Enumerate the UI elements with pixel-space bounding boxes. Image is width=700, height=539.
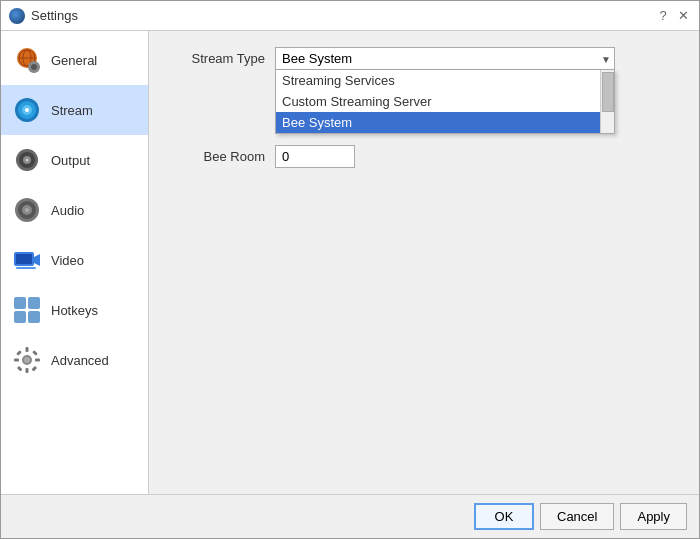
general-label: General [51, 53, 97, 68]
svg-rect-39 [31, 366, 37, 372]
dropdown-item-custom-server[interactable]: Custom Streaming Server [276, 91, 614, 112]
svg-rect-23 [16, 254, 32, 264]
stream-type-dropdown: Bee System ▼ Streaming Services Custom S… [275, 47, 615, 70]
svg-marker-24 [34, 254, 40, 266]
sidebar-item-video[interactable]: Video [1, 235, 148, 285]
audio-icon-container [11, 194, 43, 226]
output-icon-container [11, 144, 43, 176]
svg-rect-9 [37, 66, 40, 68]
audio-label: Audio [51, 203, 84, 218]
advanced-icon [12, 345, 42, 375]
cancel-button[interactable]: Cancel [540, 503, 614, 530]
stream-icon [12, 95, 42, 125]
app-icon [9, 8, 25, 24]
dropdown-scrollbar[interactable] [600, 70, 614, 133]
dropdown-item-streaming-services[interactable]: Streaming Services [276, 70, 614, 91]
dropdown-list: Streaming Services Custom Streaming Serv… [275, 70, 615, 134]
advanced-icon-container [11, 344, 43, 376]
sidebar-item-general[interactable]: General [1, 35, 148, 85]
svg-rect-38 [17, 366, 23, 372]
main-panel: Stream Type Bee System ▼ Streaming Servi… [149, 31, 699, 494]
stream-label: Stream [51, 103, 93, 118]
footer: OK Cancel Apply [1, 494, 699, 538]
dropdown-selected-value[interactable]: Bee System [275, 47, 615, 70]
video-icon [12, 245, 42, 275]
settings-window: Settings ? ✕ [0, 0, 700, 539]
general-icon [12, 45, 42, 75]
scrollbar-thumb [602, 72, 614, 112]
output-label: Output [51, 153, 90, 168]
bee-room-label: Bee Room [165, 145, 265, 164]
close-button[interactable]: ✕ [675, 8, 691, 24]
stream-icon-container [11, 94, 43, 126]
video-label: Video [51, 253, 84, 268]
window-content: General Stream [1, 31, 699, 494]
svg-rect-37 [32, 350, 38, 356]
svg-rect-7 [33, 70, 35, 73]
title-bar: Settings ? ✕ [1, 1, 699, 31]
bee-room-row: Bee Room [165, 145, 683, 168]
svg-point-17 [26, 159, 29, 162]
svg-rect-36 [16, 350, 22, 356]
window-title: Settings [31, 8, 655, 23]
svg-rect-34 [14, 359, 19, 362]
general-icon-container [11, 44, 43, 76]
sidebar-item-stream[interactable]: Stream [1, 85, 148, 135]
svg-point-13 [25, 108, 29, 112]
hotkeys-label: Hotkeys [51, 303, 98, 318]
svg-rect-35 [35, 359, 40, 362]
svg-point-21 [25, 208, 29, 212]
sidebar-item-advanced[interactable]: Advanced [1, 335, 148, 385]
bee-room-input[interactable] [275, 145, 355, 168]
svg-rect-27 [28, 297, 40, 309]
svg-rect-28 [14, 311, 26, 323]
help-button[interactable]: ? [655, 8, 671, 24]
sidebar-item-output[interactable]: Output [1, 135, 148, 185]
svg-rect-26 [14, 297, 26, 309]
svg-point-31 [24, 357, 30, 363]
svg-point-5 [31, 64, 37, 70]
sidebar-item-hotkeys[interactable]: Hotkeys [1, 285, 148, 335]
audio-icon [12, 195, 42, 225]
video-icon-container [11, 244, 43, 276]
output-icon [12, 145, 42, 175]
hotkeys-icon [12, 295, 42, 325]
stream-type-row: Stream Type Bee System ▼ Streaming Servi… [165, 47, 683, 70]
advanced-label: Advanced [51, 353, 109, 368]
window-controls: ? ✕ [655, 8, 691, 24]
svg-rect-8 [28, 66, 31, 68]
svg-rect-29 [28, 311, 40, 323]
dropdown-item-bee-system[interactable]: Bee System [276, 112, 614, 133]
apply-button[interactable]: Apply [620, 503, 687, 530]
hotkeys-icon-container [11, 294, 43, 326]
sidebar: General Stream [1, 31, 149, 494]
stream-type-label: Stream Type [165, 47, 265, 66]
svg-rect-25 [16, 267, 36, 269]
sidebar-item-audio[interactable]: Audio [1, 185, 148, 235]
svg-rect-6 [33, 61, 35, 64]
ok-button[interactable]: OK [474, 503, 534, 530]
svg-rect-32 [26, 347, 29, 352]
svg-rect-33 [26, 368, 29, 373]
